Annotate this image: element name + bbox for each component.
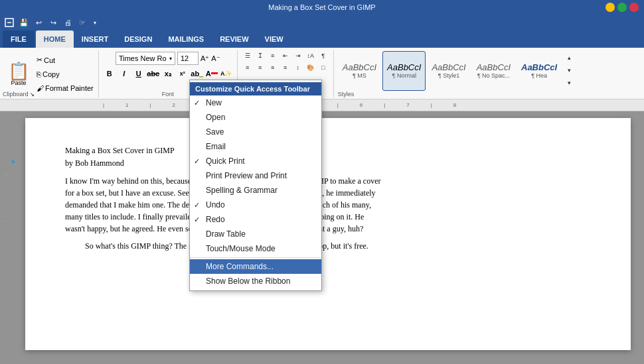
paste-icon: 📋	[8, 62, 29, 80]
close-button[interactable]	[629, 3, 639, 12]
tab-design[interactable]: DESIGN	[116, 30, 160, 48]
dropdown-item-open[interactable]: Open	[190, 110, 321, 125]
sort-button[interactable]: ↕A	[305, 50, 317, 61]
align-center-button[interactable]: ≡	[254, 62, 266, 73]
subscript-button[interactable]: x₂	[161, 68, 175, 80]
style-normal-preview: AaBbCcI	[387, 62, 421, 72]
font-size-up-icon[interactable]: A⁺	[201, 54, 209, 63]
underline-button[interactable]: U	[132, 68, 145, 80]
bullets-button[interactable]: ☰	[242, 50, 254, 61]
copy-icon: ⎘	[37, 70, 41, 78]
main-area: · · · Making a Box Set Cover in GIMP by …	[0, 111, 644, 364]
shading-button[interactable]: 🎨	[305, 62, 317, 73]
text-effects-button[interactable]: A✨	[220, 68, 233, 80]
save-button[interactable]: 💾	[17, 16, 31, 29]
font-size-selector[interactable]: 12	[177, 52, 199, 65]
document-area: Making a Box Set Cover in GIMP by Bob Ha…	[12, 111, 644, 364]
margin-marker: ·	[5, 171, 7, 178]
quick-access-toolbar: 💾 ↩ ↪ 🖨 ☞ ▾	[0, 15, 644, 30]
document: Making a Box Set Cover in GIMP by Bob Ha…	[25, 118, 631, 350]
dropdown-item-new[interactable]: New	[190, 95, 321, 110]
tab-insert[interactable]: INSERT	[74, 30, 116, 48]
item-label: Draw Table	[206, 229, 246, 239]
dropdown-item-spelling[interactable]: Spelling & Grammar	[190, 183, 321, 198]
border-button[interactable]: □	[317, 62, 329, 73]
minimize-button[interactable]	[605, 3, 615, 12]
dropdown-item-save[interactable]: Save	[190, 125, 321, 139]
left-margin: · · ·	[0, 111, 12, 364]
customize-toolbar-dropdown: Customize Quick Access Toolbar New Open …	[189, 80, 322, 291]
margin-marker: ·	[5, 217, 7, 224]
dropdown-item-redo[interactable]: Redo	[190, 212, 321, 227]
align-left-button[interactable]: ≡	[242, 62, 254, 73]
clipboard-label: Clipboard	[3, 91, 29, 97]
clipboard-expand-icon[interactable]: ↘	[30, 91, 35, 97]
tab-home[interactable]: HOME	[36, 30, 74, 48]
dropdown-item-email[interactable]: Email	[190, 139, 321, 154]
style-normal[interactable]: AaBbCcI ¶ Normal	[382, 51, 426, 91]
ruler-mark: |	[384, 102, 385, 108]
style-ms[interactable]: AaBbCcI ¶ MS	[338, 51, 381, 91]
highlight-button[interactable]: ab_	[191, 68, 204, 80]
para-row-2: ≡ ≡ ≡ ≡ ↕ 🎨 □	[242, 62, 329, 73]
dropdown-item-touchmode[interactable]: Touch/Mouse Mode	[190, 241, 321, 256]
item-label: Email	[206, 142, 226, 151]
superscript-button[interactable]: x²	[176, 68, 189, 80]
style-ms-label: ¶ MS	[353, 72, 366, 79]
font-name-value: Times New Ro	[119, 54, 167, 62]
window-controls	[605, 3, 639, 12]
italic-button[interactable]: I	[118, 68, 131, 80]
show-formatting-button[interactable]: ¶	[317, 50, 329, 61]
qa-dropdown-arrow[interactable]: ▾	[90, 16, 100, 29]
arrow-container	[12, 154, 15, 169]
style-no-spacing[interactable]: AaBbCcI ¶ No Spac...	[472, 51, 515, 91]
dropdown-item-showbelow[interactable]: Show Below the Ribbon	[190, 274, 321, 288]
ruler-mark: 7	[406, 102, 409, 108]
cut-label: Cut	[44, 56, 55, 64]
multilevel-button[interactable]: ≡	[267, 50, 279, 61]
justify-button[interactable]: ≡	[280, 62, 291, 73]
file-icon	[3, 16, 16, 29]
line-spacing-button[interactable]: ↕	[292, 62, 304, 73]
tab-review[interactable]: REVIEW	[212, 30, 256, 48]
bold-button[interactable]: B	[103, 68, 116, 80]
redo-button[interactable]: ↪	[46, 16, 60, 29]
dropdown-item-undo[interactable]: Undo	[190, 198, 321, 212]
font-name-selector[interactable]: Times New Ro ▾	[116, 52, 175, 65]
style-nospace-preview: AaBbCcI	[477, 62, 511, 72]
copy-button[interactable]: ⎘ Copy	[35, 68, 96, 81]
tab-mailings[interactable]: MAILINGS	[160, 30, 212, 48]
formatting-row: B I U abc x₂ x² ab_ A A✨	[103, 68, 233, 80]
clipboard-group-label-row: Clipboard ↘	[3, 91, 644, 97]
tab-file[interactable]: FILE	[3, 30, 35, 48]
style-1[interactable]: AaBbCcI ¶ Style1	[427, 51, 470, 91]
dropdown-item-quickprint[interactable]: Quick Print	[190, 154, 321, 168]
cut-button[interactable]: ✂ Cut	[35, 54, 96, 67]
styles-scroll-up[interactable]: ▴ ▾ ▾	[563, 50, 575, 90]
font-size-value: 12	[181, 54, 189, 62]
style-normal-label: ¶ Normal	[392, 72, 416, 79]
ruler: | 1 | 2 | 3 | 4 | 5 | 6 | 7 | 8	[0, 99, 644, 111]
dropdown-item-printpreview[interactable]: Print Preview and Print	[190, 168, 321, 183]
dropdown-item-morecommands[interactable]: More Commands...	[190, 259, 321, 274]
maximize-button[interactable]	[617, 3, 627, 12]
style-heading[interactable]: AaBbCcI ¶ Hea	[517, 51, 562, 91]
dropdown-separator	[190, 257, 321, 258]
strikethrough-button[interactable]: abc	[147, 68, 160, 80]
indent-increase-button[interactable]: ⇥	[292, 50, 304, 61]
item-label: Show Below the Ribbon	[206, 276, 290, 286]
item-label: Touch/Mouse Mode	[206, 244, 276, 253]
align-right-button[interactable]: ≡	[267, 62, 279, 73]
touch-button[interactable]: ☞	[76, 16, 89, 29]
font-color-button[interactable]: A	[205, 68, 218, 80]
styles-list: AaBbCcI ¶ MS AaBbCcI ¶ Normal AaBbCcI ¶ …	[338, 50, 575, 91]
font-size-down-icon[interactable]: A⁻	[211, 54, 220, 63]
ruler-mark: |	[431, 102, 432, 108]
undo-button[interactable]: ↩	[32, 16, 45, 29]
print-button[interactable]: 🖨	[61, 16, 74, 29]
numbering-button[interactable]: 1̄	[254, 50, 266, 61]
tab-view[interactable]: VIEW	[257, 30, 291, 48]
dropdown-item-drawtable[interactable]: Draw Table	[190, 227, 321, 241]
item-label: More Commands...	[206, 262, 274, 271]
indent-decrease-button[interactable]: ⇤	[280, 50, 291, 61]
